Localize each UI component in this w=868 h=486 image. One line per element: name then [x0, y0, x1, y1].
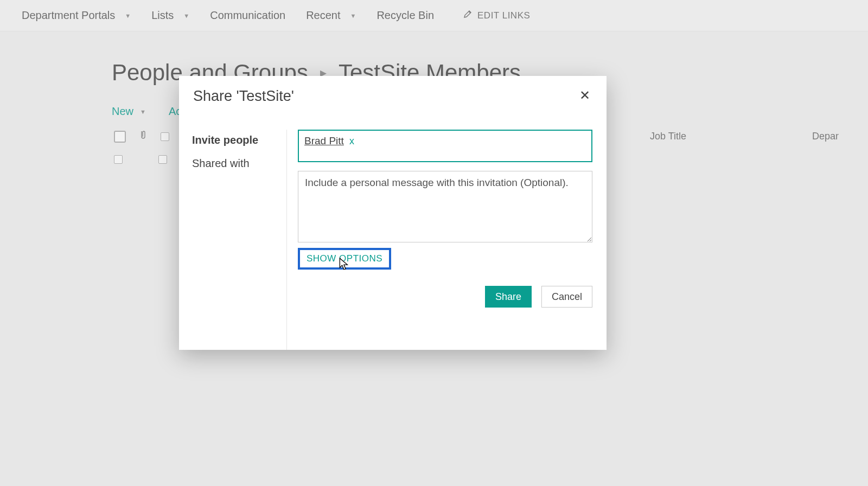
dialog-body: Invite people Shared with Brad Pitt x SH…	[179, 109, 607, 350]
tab-label: Invite people	[192, 134, 258, 146]
dialog-actions: Share Cancel	[298, 270, 592, 308]
dialog-title: Share 'TestSite'	[193, 88, 294, 105]
chip-remove-button[interactable]: x	[349, 136, 354, 147]
close-icon: ✕	[579, 88, 590, 103]
invitation-message-input[interactable]	[298, 171, 592, 242]
show-options-highlight: SHOW OPTIONS	[298, 248, 391, 270]
button-label: Share	[495, 291, 521, 303]
tab-invite-people[interactable]: Invite people	[192, 130, 286, 153]
people-chip: Brad Pitt x	[304, 135, 354, 147]
share-dialog: Share 'TestSite' ✕ Invite people Shared …	[179, 76, 607, 350]
share-button[interactable]: Share	[485, 286, 532, 308]
chip-name[interactable]: Brad Pitt	[304, 135, 344, 147]
dialog-sidebar: Invite people Shared with	[179, 130, 287, 350]
people-picker-input[interactable]: Brad Pitt x	[298, 130, 592, 162]
dialog-header: Share 'TestSite' ✕	[179, 76, 607, 109]
show-options-link[interactable]: SHOW OPTIONS	[307, 253, 382, 264]
tab-label: Shared with	[192, 157, 250, 169]
button-label: Cancel	[552, 291, 582, 303]
cancel-button[interactable]: Cancel	[541, 286, 592, 308]
close-button[interactable]: ✕	[576, 88, 593, 103]
dialog-main: Brad Pitt x SHOW OPTIONS Share Cancel	[287, 130, 607, 350]
tab-shared-with[interactable]: Shared with	[192, 153, 286, 176]
